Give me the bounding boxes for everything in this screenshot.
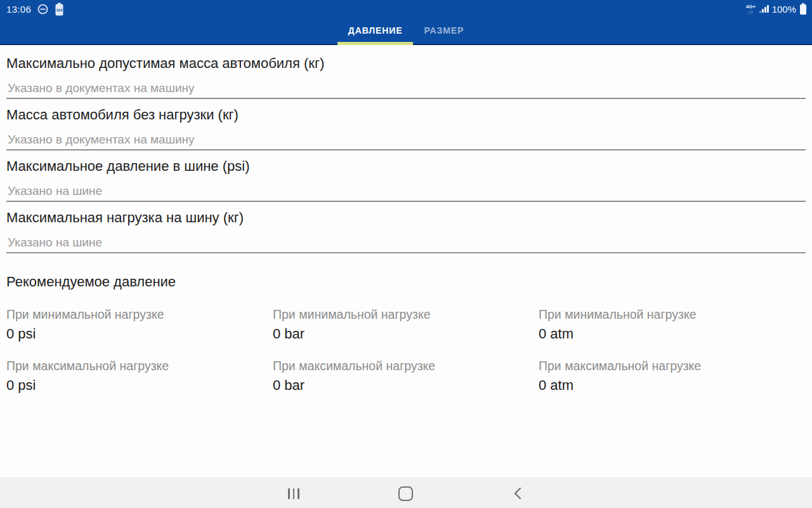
max-tire-pressure-input[interactable] bbox=[6, 183, 806, 202]
field-max-tire-pressure: Максимальное давление в шине (psi) bbox=[6, 158, 806, 202]
recents-button[interactable] bbox=[276, 478, 311, 508]
rec-bar-min-cell: При минимальной нагрузке 0 bar bbox=[273, 307, 533, 342]
battery-percent-text: 100% bbox=[772, 4, 796, 15]
status-bar-right: 4G+ ↓↑ 100% bbox=[746, 0, 807, 18]
tab-pressure[interactable]: ДАВЛЕНИЕ bbox=[337, 18, 414, 44]
min-load-label: При минимальной нагрузке bbox=[539, 307, 799, 322]
rec-psi-min-cell: При минимальной нагрузке 0 psi bbox=[6, 307, 266, 342]
min-load-label: При минимальной нагрузке bbox=[273, 307, 533, 322]
recommended-pressure-heading: Рекомендуемое давление bbox=[6, 274, 176, 290]
max-vehicle-mass-input[interactable] bbox=[6, 80, 806, 99]
tab-pressure-label: ДАВЛЕНИЕ bbox=[348, 25, 403, 36]
max-load-label: При максимальной нагрузке bbox=[6, 358, 266, 373]
bar-min-value: 0 bar bbox=[273, 326, 533, 342]
battery-notification-icon: 100 bbox=[55, 3, 64, 16]
back-icon bbox=[514, 487, 521, 500]
empty-vehicle-mass-input[interactable] bbox=[6, 131, 806, 150]
max-tire-load-label: Максимальная нагрузка на шину (кг) bbox=[6, 210, 806, 226]
empty-vehicle-mass-label: Масса автомобиля без нагрузки (кг) bbox=[6, 107, 806, 123]
status-bar: 13:06 100 4G+ ↓↑ bbox=[0, 0, 812, 18]
atm-max-value: 0 atm bbox=[539, 377, 799, 394]
rec-psi-max-cell: При максимальной нагрузке 0 psi bbox=[6, 358, 266, 394]
rec-atm-max-cell: При максимальной нагрузке 0 atm bbox=[539, 358, 799, 394]
psi-min-value: 0 psi bbox=[6, 326, 266, 342]
app-screen: 13:06 100 4G+ ↓↑ bbox=[0, 0, 812, 508]
main-content: Максимально допустимая масса автомобиля … bbox=[0, 45, 812, 478]
field-max-tire-load: Максимальная нагрузка на шину (кг) bbox=[6, 210, 806, 253]
atm-min-value: 0 atm bbox=[539, 326, 799, 342]
rec-bar-max-cell: При максимальной нагрузке 0 bar bbox=[273, 358, 533, 394]
battery-icon bbox=[799, 3, 807, 15]
max-tire-load-input[interactable] bbox=[6, 234, 806, 253]
back-button[interactable] bbox=[500, 478, 535, 508]
field-empty-vehicle-mass: Масса автомобиля без нагрузки (кг) bbox=[6, 107, 806, 150]
max-load-label: При максимальной нагрузке bbox=[539, 358, 799, 373]
field-max-vehicle-mass: Максимально допустимая масса автомобиля … bbox=[6, 55, 806, 99]
tab-bar: ДАВЛЕНИЕ РАЗМЕР bbox=[0, 18, 812, 45]
tab-size-label: РАЗМЕР bbox=[424, 25, 464, 36]
clock: 13:06 bbox=[6, 4, 31, 15]
rec-atm-min-cell: При минимальной нагрузке 0 atm bbox=[539, 307, 799, 342]
max-tire-pressure-label: Максимальное давление в шине (psi) bbox=[6, 158, 806, 175]
min-load-label: При минимальной нагрузке bbox=[6, 307, 266, 322]
max-vehicle-mass-label: Максимально допустимая масса автомобиля … bbox=[6, 55, 806, 72]
svg-text:100: 100 bbox=[56, 8, 63, 12]
signal-strength-icon bbox=[759, 5, 769, 13]
bar-max-value: 0 bar bbox=[273, 377, 533, 394]
tab-size[interactable]: РАЗМЕР bbox=[413, 18, 475, 44]
do-not-disturb-icon bbox=[37, 4, 48, 15]
status-bar-left: 13:06 100 bbox=[6, 0, 64, 18]
home-icon bbox=[398, 486, 413, 501]
network-type-icon: 4G+ ↓↑ bbox=[746, 4, 756, 14]
home-button[interactable] bbox=[388, 478, 423, 508]
psi-max-value: 0 psi bbox=[6, 377, 266, 394]
max-load-label: При максимальной нагрузке bbox=[273, 358, 533, 373]
recents-icon bbox=[288, 488, 299, 499]
navigation-bar bbox=[0, 478, 812, 508]
